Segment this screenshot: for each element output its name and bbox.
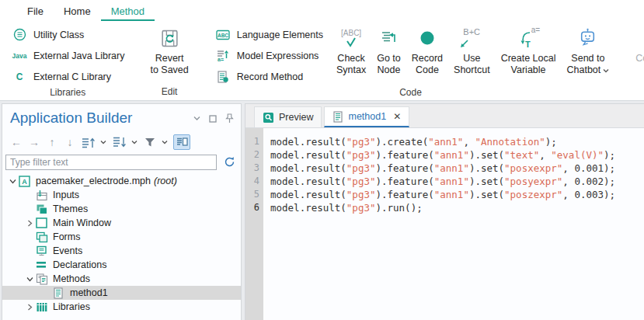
line-number: 3 (245, 162, 259, 175)
tree-item-forms[interactable]: Forms (2, 230, 241, 244)
button-external-c-library[interactable]: CExternal C Library (6, 68, 129, 85)
ribbon-group-libraries: Utility ClassJavaExternal Java LibraryCE… (3, 21, 132, 100)
forward-arrow-icon[interactable]: → (27, 134, 41, 150)
group-label-edit: Edit (138, 84, 200, 100)
code-line: model.result("pg3").feature("ann1").set(… (270, 162, 644, 175)
methods-icon (36, 273, 50, 285)
button-external-java-library-label: External Java Library (33, 50, 124, 61)
down-arrow-icon[interactable]: ↓ (63, 134, 77, 150)
record-method-icon (214, 71, 231, 83)
tree-item-label: Inputs (50, 190, 79, 200)
dropdown-chevron-icon[interactable] (100, 140, 106, 144)
editor-tab-method1[interactable]: method1✕ (324, 106, 409, 127)
editor-tab-label: Preview (279, 112, 313, 123)
tree-item-label: Themes (50, 203, 88, 214)
code-text-area[interactable]: model.result("pg3").create("ann1", "Anno… (263, 128, 644, 320)
button-language-elements[interactable]: ABCLanguage Elements (210, 26, 328, 43)
dropdown-chevron-icon[interactable] (162, 140, 168, 144)
move-down-list-icon[interactable] (112, 134, 127, 150)
button-continue-label: Continue (635, 53, 644, 64)
button-record-code[interactable]: RecordCode (406, 21, 448, 85)
dropdown-chevron-icon[interactable] (131, 140, 138, 144)
editor-tab-bar: Previewmethod1✕ (245, 104, 644, 128)
button-go-to-node-label: Go toNode (377, 53, 401, 76)
button-utility-class-label: Utility Class (33, 30, 84, 40)
main-window-icon (36, 217, 50, 228)
ribbon-tab-home[interactable]: Home (54, 2, 101, 21)
code-line: model.result("pg3").feature("ann1").set(… (270, 188, 644, 201)
tree-item-events[interactable]: Events (2, 244, 241, 258)
close-tab-icon[interactable]: ✕ (391, 111, 401, 122)
preview-icon (263, 112, 274, 123)
forms-icon (36, 231, 50, 243)
button-record-method-label: Record Method (237, 71, 303, 82)
method-doc-icon (332, 111, 343, 123)
panel-chevron-icon[interactable] (193, 116, 200, 121)
ribbon-group-edit: Revertto Saved Edit (138, 21, 200, 100)
tree-item-inputs[interactable]: Inputs (2, 188, 241, 202)
button-send-to-chatbot-label: Send toChatbot (567, 53, 610, 76)
ribbon-tab-method[interactable]: Method (101, 2, 155, 21)
line-number: 5 (245, 188, 259, 201)
button-check-syntax[interactable]: [ABC]CheckSyntax (331, 21, 371, 85)
tree-item-themes[interactable]: Themes (2, 202, 241, 216)
filter-input[interactable] (5, 155, 217, 170)
ribbon: FileHomeMethod Utility ClassJavaExternal… (0, 0, 644, 101)
expander-expanded-icon[interactable] (7, 178, 19, 185)
tree-item-methods[interactable]: Methods (2, 272, 241, 286)
svg-text:a=: a= (218, 57, 224, 62)
button-continue[interactable]: Continue (630, 21, 644, 84)
themes-icon (36, 203, 50, 215)
editor-tab-preview[interactable]: Preview (254, 106, 322, 127)
tree-item-method1[interactable]: method1 (2, 286, 241, 300)
tree-item-declarations[interactable]: Declarations (2, 258, 241, 272)
code-line: model.result("pg3").feature("ann1").set(… (270, 148, 644, 162)
tree-item-suffix: (root) (154, 176, 177, 186)
tree-item-label: Libraries (50, 301, 90, 312)
button-model-expressions[interactable]: a=Model Expressions (210, 47, 328, 64)
group-label-libraries: Libraries (3, 85, 132, 100)
button-revert-to-saved-label: Revertto Saved (150, 53, 188, 76)
revert-icon (159, 26, 180, 50)
ribbon-tab-file[interactable]: File (17, 2, 54, 21)
refresh-icon[interactable] (224, 156, 235, 168)
button-use-shortcut-label: UseShortcut (454, 53, 490, 76)
button-send-to-chatbot[interactable]: Send toChatbot (562, 21, 615, 85)
group-label-code: Code (207, 85, 615, 100)
ribbon-group-continue: Continue (621, 21, 644, 100)
tree-item-pacemaker-electrode-mph[interactable]: Apacemaker_electrode.mph(root) (2, 174, 241, 188)
tree-item-label: pacemaker_electrode.mph (33, 176, 151, 186)
tree-item-libraries[interactable]: Libraries (2, 300, 241, 314)
tree-item-main-window[interactable]: Main Window (2, 216, 241, 230)
back-arrow-icon[interactable]: ← (9, 134, 23, 150)
move-up-list-icon[interactable] (81, 134, 96, 150)
float-panel-icon[interactable] (209, 115, 217, 123)
editor-tools-icon[interactable] (173, 134, 190, 150)
editor-body: 123456 model.result("pg3").create("ann1"… (245, 128, 644, 320)
button-use-shortcut[interactable]: B+CUseShortcut (448, 21, 496, 85)
expander-collapsed-icon[interactable] (24, 220, 36, 227)
record-code-icon (418, 26, 437, 50)
code-line: model.result("pg3").create("ann1", "Anno… (270, 135, 644, 148)
button-create-local-variable[interactable]: a=TCreate LocalVariable (496, 21, 562, 85)
line-number: 4 (245, 175, 259, 188)
button-record-method[interactable]: Record Method (210, 68, 328, 85)
up-arrow-icon[interactable]: ↑ (45, 134, 59, 150)
button-go-to-node[interactable]: Go toNode (371, 21, 406, 85)
expander-collapsed-icon[interactable] (24, 304, 36, 311)
tree-item-label: Methods (50, 273, 90, 284)
goto-node-icon (379, 26, 398, 50)
expander-expanded-icon[interactable] (24, 276, 36, 283)
check-syntax-icon: [ABC] (341, 26, 361, 50)
button-revert-to-saved[interactable]: Revertto Saved (144, 21, 193, 84)
line-number: 1 (245, 135, 259, 148)
button-utility-class[interactable]: Utility Class (6, 26, 129, 43)
button-language-elements-label: Language Elements (237, 30, 323, 40)
pin-icon[interactable] (225, 113, 234, 123)
line-number-gutter: 123456 (245, 128, 263, 320)
filter-icon[interactable] (143, 134, 157, 150)
chatbot-icon (577, 26, 598, 50)
application-builder-toolbar: ←→↑↓ (9, 134, 194, 151)
code-editor-panel: Previewmethod1✕ 123456 model.result("pg3… (245, 103, 644, 320)
button-external-java-library[interactable]: JavaExternal Java Library (6, 47, 129, 64)
